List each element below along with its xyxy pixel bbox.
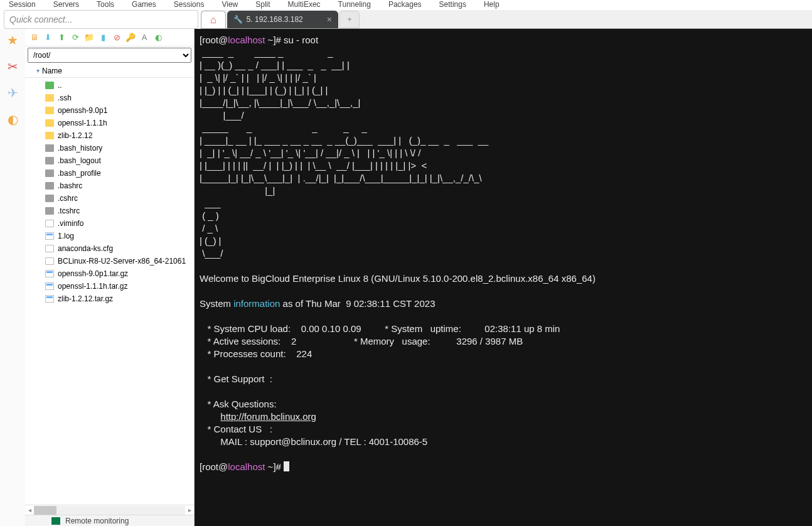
file-item[interactable]: ..: [25, 79, 194, 92]
scroll-track[interactable]: [34, 506, 185, 515]
menu-multiexec[interactable]: MultiExec: [288, 0, 321, 9]
scroll-left-icon[interactable]: ◂: [25, 506, 34, 515]
file-label: .ssh: [58, 94, 72, 102]
file-label: openssh-9.0p1: [58, 106, 107, 115]
horizontal-scrollbar[interactable]: ◂ ▸: [25, 505, 194, 515]
font-icon[interactable]: A: [139, 33, 149, 43]
path-select[interactable]: /root/: [28, 48, 191, 63]
file-label: .bash_history: [58, 144, 102, 153]
quick-connect-input[interactable]: Quick connect...: [4, 10, 198, 29]
menu-split[interactable]: Split: [255, 0, 270, 9]
file-label: .bash_logout: [58, 156, 101, 165]
file-label: .tcshrc: [58, 207, 80, 215]
menu-tunneling[interactable]: Tunneling: [338, 0, 371, 9]
menu-packages[interactable]: Packages: [388, 0, 422, 9]
monitor-icon: [51, 517, 60, 525]
file-item[interactable]: .cshrc: [25, 192, 194, 205]
menu-games[interactable]: Games: [132, 0, 156, 9]
file-item[interactable]: .viminfo: [25, 217, 194, 230]
path-bar: /root/: [28, 48, 191, 63]
tool-icon[interactable]: ✂: [8, 59, 18, 74]
file-gray-icon: [45, 144, 54, 152]
file-blue-icon: [45, 232, 54, 240]
menu-view[interactable]: View: [222, 0, 238, 9]
star-icon[interactable]: ★: [7, 33, 18, 48]
file-blue-icon: [45, 270, 54, 277]
tab-session[interactable]: 🔧 5. 192.168.3.182 ×: [227, 11, 338, 28]
folder-plus-icon[interactable]: 📁: [84, 33, 94, 43]
file-item[interactable]: openssh-9.0p1.tar.gz: [25, 267, 194, 280]
delete-icon[interactable]: ⊘: [112, 33, 122, 43]
menu-sessions[interactable]: Sessions: [174, 0, 205, 9]
file-label: ..: [58, 81, 62, 90]
file-item[interactable]: .bash_profile: [25, 167, 194, 180]
name-column-header: Name: [42, 67, 62, 75]
status-text: Remote monitoring: [65, 517, 129, 525]
file-label: openssh-9.0p1.tar.gz: [58, 269, 128, 278]
file-blue-icon: [45, 295, 54, 303]
file-label: 1.log: [58, 232, 74, 240]
file-label: openssl-1.1.1h.tar.gz: [58, 282, 127, 291]
file-toolbar: 🖥 ⬇ ⬆ ⟳ 📁 ▮ ⊘ 🔑 A ◐: [25, 29, 194, 46]
file-label: .bash_profile: [58, 169, 101, 178]
computer-icon[interactable]: 🖥: [29, 33, 39, 43]
file-item[interactable]: .bash_history: [25, 142, 194, 154]
refresh-icon[interactable]: ⟳: [70, 33, 80, 43]
home-icon: ⌂: [210, 14, 216, 26]
top-row: Quick connect... ⌂ 🔧 5. 192.168.3.182 × …: [0, 10, 812, 29]
file-item[interactable]: openssh-9.0p1: [25, 104, 194, 117]
file-item[interactable]: zlib-1.2.12: [25, 129, 194, 142]
file-item[interactable]: .bashrc: [25, 180, 194, 192]
file-item[interactable]: openssl-1.1.1h: [25, 117, 194, 129]
file-white-icon: [45, 220, 54, 227]
file-item[interactable]: .bash_logout: [25, 154, 194, 167]
file-item[interactable]: zlib-1.2.12.tar.gz: [25, 293, 194, 305]
folder-icon: [45, 94, 54, 102]
tab-add[interactable]: +: [339, 11, 360, 28]
scroll-thumb[interactable]: [34, 506, 56, 515]
file-gray-icon: [45, 195, 54, 202]
file-item[interactable]: BCLinux-R8-U2-Server-x86_64-21061: [25, 255, 194, 267]
menu-settings[interactable]: Settings: [439, 0, 466, 9]
file-header[interactable]: ▾ Name: [25, 64, 194, 78]
file-white-icon: [45, 245, 54, 252]
tab-close-icon[interactable]: ×: [327, 14, 332, 24]
menu-help[interactable]: Help: [484, 0, 499, 9]
file-list: ...sshopenssh-9.0p1openssl-1.1.1hzlib-1.…: [25, 78, 194, 505]
file-item[interactable]: openssl-1.1.1h.tar.gz: [25, 280, 194, 293]
plus-icon: +: [347, 15, 351, 24]
file-gray-icon: [45, 207, 54, 215]
upload-icon[interactable]: ⬆: [56, 33, 67, 43]
file-label: anaconda-ks.cfg: [58, 244, 113, 253]
terminal[interactable]: [root@localhost ~]# su - root ____ _ ___…: [195, 29, 812, 526]
file-label: .cshrc: [58, 194, 78, 203]
tab-bar: ⌂ 🔧 5. 192.168.3.182 × +: [201, 10, 812, 29]
file-blue-icon: [45, 282, 54, 290]
file-label: .bashrc: [58, 181, 82, 190]
send-icon[interactable]: ✈: [8, 85, 18, 100]
download-icon[interactable]: ⬇: [43, 33, 53, 43]
file-item[interactable]: anaconda-ks.cfg: [25, 242, 194, 255]
file-item[interactable]: .ssh: [25, 92, 194, 104]
file-new-icon[interactable]: ▮: [98, 33, 108, 43]
key-icon[interactable]: 🔑: [126, 33, 136, 43]
menu-tools[interactable]: Tools: [97, 0, 114, 9]
menu-servers[interactable]: Servers: [53, 0, 79, 9]
bottom-status: Remote monitoring: [25, 515, 194, 526]
globe-icon[interactable]: ◐: [8, 112, 18, 127]
main-area: ★ ✂ ✈ ◐ 🖥 ⬇ ⬆ ⟳ 📁 ▮ ⊘ 🔑 A ◐ /root/ ▾ Nam…: [0, 29, 812, 526]
wrench-icon: 🔧: [233, 15, 243, 24]
scroll-right-icon[interactable]: ▸: [185, 506, 194, 515]
file-browser: 🖥 ⬇ ⬆ ⟳ 📁 ▮ ⊘ 🔑 A ◐ /root/ ▾ Name ...ssh…: [25, 29, 195, 526]
folder-up-icon: [45, 82, 54, 89]
left-rail: ★ ✂ ✈ ◐: [0, 29, 25, 526]
folder-icon: [45, 119, 54, 127]
folder-icon: [45, 132, 54, 139]
toggle-icon[interactable]: ◐: [153, 33, 163, 43]
menu-session[interactable]: Session: [9, 0, 36, 9]
sort-arrow-icon: ▾: [36, 67, 40, 74]
main-menubar: Session Servers Tools Games Sessions Vie…: [0, 0, 812, 10]
file-item[interactable]: 1.log: [25, 230, 194, 242]
file-item[interactable]: .tcshrc: [25, 205, 194, 217]
tab-home[interactable]: ⌂: [201, 11, 226, 28]
